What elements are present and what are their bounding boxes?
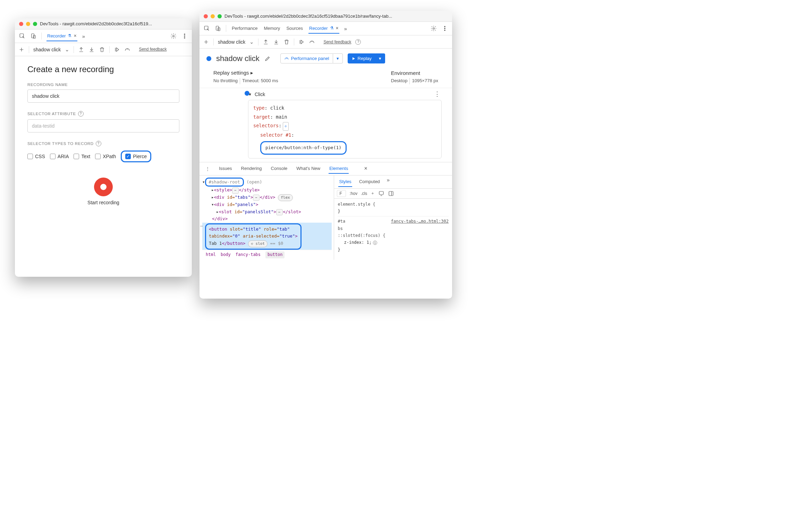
step-play-icon[interactable] bbox=[114, 46, 120, 53]
minimize-window-icon[interactable] bbox=[26, 22, 30, 26]
flex-badge[interactable]: flex bbox=[278, 194, 293, 201]
checkbox-xpath[interactable]: XPath bbox=[95, 154, 116, 159]
kebab-menu-icon[interactable] bbox=[181, 33, 188, 39]
drawer-tab-rendering[interactable]: Rendering bbox=[240, 164, 263, 174]
tab-recorder[interactable]: Recorder ⚗ × bbox=[46, 31, 77, 41]
help-icon[interactable]: ? bbox=[355, 39, 361, 45]
step-header[interactable]: ▼ Click bbox=[248, 92, 442, 97]
tab-sources[interactable]: Sources bbox=[286, 24, 304, 34]
svg-point-12 bbox=[444, 28, 445, 29]
edit-title-icon[interactable] bbox=[264, 55, 271, 62]
recording-header: shadow click Performance panel ▾ Replay … bbox=[200, 49, 452, 68]
more-tabs-icon[interactable]: » bbox=[82, 33, 85, 39]
styles-pane: Styles Computed » F :hov .cls ＋ bbox=[334, 175, 452, 260]
checkbox-pierce[interactable]: ✓Pierce bbox=[125, 154, 147, 159]
styles-filter-input[interactable]: F bbox=[337, 190, 346, 197]
step-play-icon[interactable] bbox=[298, 39, 305, 45]
computed-toggle-icon[interactable] bbox=[378, 190, 384, 197]
drawer-tab-console[interactable]: Console bbox=[270, 164, 288, 174]
svg-point-5 bbox=[184, 36, 185, 36]
kebab-menu-icon[interactable] bbox=[442, 25, 448, 32]
info-icon[interactable]: i bbox=[373, 241, 377, 245]
sidebar-toggle-icon[interactable] bbox=[388, 190, 394, 197]
source-link[interactable]: fancy-tabs-…mo.html:302 bbox=[391, 218, 449, 225]
replay-settings-summary: No throttlingTimeout: 5000 ms bbox=[213, 78, 278, 84]
slow-replay-icon[interactable] bbox=[124, 46, 130, 53]
checkbox-text[interactable]: Text bbox=[74, 154, 90, 159]
device-toggle-icon[interactable] bbox=[215, 25, 221, 32]
more-tabs-icon[interactable]: » bbox=[387, 177, 390, 187]
tab-recorder[interactable]: Recorder ⚗ × bbox=[308, 23, 339, 34]
checkbox-css[interactable]: CSS bbox=[27, 154, 45, 159]
close-tab-icon[interactable]: × bbox=[74, 33, 76, 38]
checkbox-aria[interactable]: ARIA bbox=[50, 154, 69, 159]
slot-badge[interactable]: ⟡ slot bbox=[248, 240, 268, 247]
help-icon[interactable]: ? bbox=[78, 111, 84, 117]
gear-icon[interactable] bbox=[431, 25, 437, 32]
export-icon[interactable] bbox=[263, 39, 269, 45]
drawer-tab-whatsnew[interactable]: What's New bbox=[296, 164, 321, 174]
dom-breadcrumb[interactable]: html body fancy-tabs button bbox=[202, 250, 332, 260]
recording-name-input[interactable]: shadow click bbox=[27, 89, 179, 103]
delete-icon[interactable] bbox=[99, 46, 105, 53]
maximize-window-icon[interactable] bbox=[33, 22, 37, 26]
drawer-tab-elements[interactable]: Elements bbox=[329, 164, 349, 174]
close-window-icon[interactable] bbox=[19, 22, 23, 26]
export-icon[interactable] bbox=[78, 46, 84, 53]
start-recording-label: Start recording bbox=[87, 200, 119, 205]
environment-summary: Desktop1095×778 px bbox=[391, 78, 438, 84]
selector-attribute-input[interactable]: data-testid bbox=[27, 119, 179, 132]
tab-memory[interactable]: Memory bbox=[263, 24, 281, 34]
close-window-icon[interactable] bbox=[204, 14, 208, 18]
performance-panel-dropdown[interactable]: ▾ bbox=[333, 53, 343, 63]
close-drawer-icon[interactable]: × bbox=[364, 165, 367, 172]
pierce-highlight: ✓Pierce bbox=[121, 151, 151, 162]
inspect-icon[interactable] bbox=[19, 33, 25, 39]
chevron-down-icon[interactable]: ⌄ bbox=[249, 39, 254, 45]
styles-tab-styles[interactable]: Styles bbox=[338, 177, 352, 187]
replay-button[interactable]: Replay bbox=[348, 53, 375, 63]
import-icon[interactable] bbox=[273, 39, 279, 45]
svg-point-3 bbox=[173, 35, 175, 37]
minimize-window-icon[interactable] bbox=[211, 14, 215, 18]
new-rule-icon[interactable]: ＋ bbox=[371, 190, 375, 196]
drawer-menu-icon[interactable]: ⋮ bbox=[204, 165, 211, 172]
drawer-tab-issues[interactable]: Issues bbox=[218, 164, 233, 174]
slow-replay-icon[interactable] bbox=[309, 39, 315, 45]
hov-toggle[interactable]: :hov bbox=[349, 191, 357, 196]
inspect-icon[interactable] bbox=[204, 25, 210, 32]
recorder-toolbar: shadow click ⌄ Send feedback bbox=[15, 43, 192, 56]
tab-performance[interactable]: Performance bbox=[231, 24, 258, 34]
import-icon[interactable] bbox=[88, 46, 95, 53]
recording-dropdown[interactable]: shadow click bbox=[218, 39, 245, 45]
help-icon[interactable]: ? bbox=[96, 141, 101, 146]
start-recording-button[interactable] bbox=[94, 178, 113, 196]
maximize-window-icon[interactable] bbox=[218, 14, 222, 18]
delete-icon[interactable] bbox=[283, 39, 290, 45]
devtools-window-left: DevTools - rawgit.com/ebidel/2d2bb0cdec3… bbox=[15, 18, 192, 277]
panel-heading: Create a new recording bbox=[27, 65, 179, 74]
replay-dropdown[interactable]: ▾ bbox=[375, 53, 385, 63]
performance-panel-button[interactable]: Performance panel bbox=[280, 53, 333, 63]
step-menu-icon[interactable]: ⋮ bbox=[434, 90, 440, 98]
cls-toggle[interactable]: .cls bbox=[361, 191, 367, 196]
more-tabs-icon[interactable]: » bbox=[344, 26, 347, 32]
selected-element-highlight: <button slot="title" role="tab" tabindex… bbox=[205, 223, 302, 250]
label-selector-types: SELECTOR TYPES TO RECORD ? bbox=[27, 141, 179, 146]
replay-button-group: Replay ▾ bbox=[348, 53, 385, 63]
add-recording-icon[interactable] bbox=[203, 39, 209, 45]
add-recording-icon[interactable] bbox=[18, 46, 25, 53]
device-toggle-icon[interactable] bbox=[30, 33, 36, 39]
close-tab-icon[interactable]: × bbox=[336, 25, 339, 31]
svg-point-6 bbox=[184, 37, 185, 38]
replay-settings-toggle[interactable]: Replay settings ▸ bbox=[213, 70, 278, 76]
send-feedback-link[interactable]: Send feedback bbox=[139, 47, 167, 52]
recording-dropdown[interactable]: shadow click bbox=[33, 47, 61, 52]
send-feedback-link[interactable]: Send feedback bbox=[323, 40, 351, 44]
chevron-down-icon[interactable]: ⌄ bbox=[65, 46, 69, 53]
gear-icon[interactable] bbox=[170, 33, 177, 39]
styles-tab-computed[interactable]: Computed bbox=[358, 177, 381, 187]
svg-rect-15 bbox=[389, 191, 393, 196]
pick-selector-icon[interactable]: ⟡ bbox=[283, 122, 289, 131]
dom-tree[interactable]: ▾#shadow-root (open) ▸<style>⋯</style> ▸… bbox=[200, 175, 334, 260]
